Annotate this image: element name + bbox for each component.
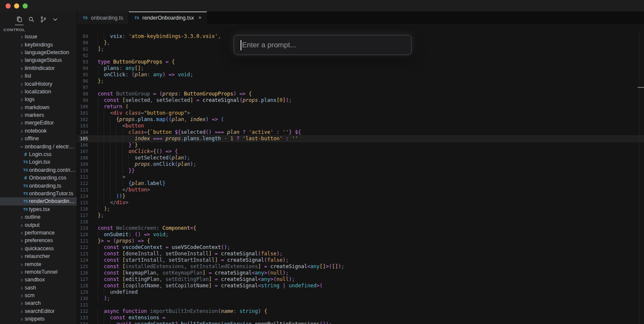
sidebar-folder-snippets[interactable]: ›snippets bbox=[0, 315, 77, 323]
line-number: 121 bbox=[77, 238, 98, 244]
code-line-133[interactable]: 133 const extensions = bbox=[77, 315, 644, 321]
sidebar-folder-languagedetection[interactable]: ›languageDetection bbox=[0, 49, 77, 56]
minimize-window-button[interactable] bbox=[14, 3, 19, 9]
sidebar-file-renderonboarding.tsx[interactable]: TSrenderOnboarding.tsx bbox=[0, 197, 77, 205]
code-line-95[interactable]: 95 onClick: (plan: any) => void; bbox=[77, 72, 644, 78]
scrollbar[interactable] bbox=[639, 32, 644, 324]
maximize-window-button[interactable] bbox=[23, 3, 28, 9]
code-line-112[interactable]: 112 {plan.label} bbox=[77, 180, 644, 187]
tab-onboarding.ts[interactable]: TSonboarding.ts bbox=[77, 12, 128, 24]
code-line-125[interactable]: 125 const [installedExtensions, setInsta… bbox=[77, 263, 644, 270]
sidebar-folder-mergeeditor[interactable]: ›mergeEditor bbox=[0, 119, 77, 127]
sidebar-folder-limitindicator[interactable]: ›limitIndicator bbox=[0, 64, 77, 72]
sidebar-file-login.css[interactable]: #Login.css bbox=[0, 150, 77, 158]
sidebar-folder-remotetunnel[interactable]: ›remoteTunnel bbox=[0, 268, 77, 276]
sidebar-folder-performance[interactable]: ›performance bbox=[0, 229, 77, 237]
code-text: ); bbox=[98, 295, 110, 302]
sidebar-folder-output[interactable]: ›output bbox=[0, 221, 77, 229]
code-text: setSelected(plan); bbox=[98, 155, 190, 161]
code-line-121[interactable]: 121}> = (props) => { bbox=[77, 238, 644, 244]
code-line-123[interactable]: 123 const [doneInstall, setDoneInstall] … bbox=[77, 251, 644, 257]
sidebar-folder-markdown[interactable]: ›markdown bbox=[0, 104, 77, 111]
code-line-113[interactable]: 113 </button> bbox=[77, 187, 644, 193]
code-line-127[interactable]: 127 const [editingPlan, setEditingPlan] … bbox=[77, 276, 644, 283]
code-line-115[interactable]: 115 </div> bbox=[77, 200, 644, 206]
code-line-100[interactable]: 100 return ( bbox=[77, 104, 644, 110]
code-line-117[interactable]: 117}; bbox=[77, 212, 644, 219]
sidebar-folder-logs[interactable]: ›logs bbox=[0, 95, 77, 103]
sidebar-folder-keybindings[interactable]: ›keybindings bbox=[0, 40, 77, 48]
code-line-122[interactable]: 122 const vscodeContext = useVSCodeConte… bbox=[77, 244, 644, 251]
files-icon[interactable] bbox=[15, 15, 23, 23]
sidebar-file-onboardingtutor.ts[interactable]: TSonboardingTutor.ts bbox=[0, 190, 77, 197]
sidebar-folder-searcheditor[interactable]: ›searchEditor bbox=[0, 307, 77, 315]
sidebar-folder-remote[interactable]: ›remote bbox=[0, 260, 77, 268]
code-line-96[interactable]: 96}; bbox=[77, 78, 644, 84]
code-line-111[interactable]: 111 > bbox=[77, 174, 644, 180]
code-line-106[interactable]: 106 }`} bbox=[77, 142, 644, 148]
sidebar-folder-notebook[interactable]: ›notebook bbox=[0, 127, 77, 135]
close-tab-icon[interactable]: ✕ bbox=[198, 15, 202, 20]
sidebar-folder-onboarding-electron-[interactable]: ›onboarding / electron-… bbox=[0, 142, 77, 150]
line-number: 119 bbox=[77, 225, 98, 231]
tree-item-label: sandbox bbox=[25, 277, 45, 283]
code-line-132[interactable]: 132 async function importBuiltInExtensio… bbox=[77, 308, 644, 315]
code-line-126[interactable]: 126 const [keymapPlan, setKeymapPlan] = … bbox=[77, 270, 644, 276]
sidebar-folder-languagestatus[interactable]: ›languageStatus bbox=[0, 56, 77, 64]
sidebar-folder-offline[interactable]: ›offline bbox=[0, 135, 77, 142]
code-line-120[interactable]: 120 onSubmit: () => void; bbox=[77, 231, 644, 238]
sidebar-file-onboarding.contribu-[interactable]: TSonboarding.contribu… bbox=[0, 166, 77, 174]
sidebar-folder-sandbox[interactable]: ›sandbox bbox=[0, 276, 77, 284]
code-line-116[interactable]: 116 ); bbox=[77, 206, 644, 212]
close-window-button[interactable] bbox=[6, 3, 11, 9]
sidebar-folder-search[interactable]: ›search bbox=[0, 299, 77, 307]
sidebar-folder-relauncher[interactable]: ›relauncher bbox=[0, 252, 77, 260]
code-line-107[interactable]: 107 onClick={() => { bbox=[77, 148, 644, 155]
code-line-119[interactable]: 119const WelcomeScreen: Component<{ bbox=[77, 225, 644, 231]
sidebar-folder-outline[interactable]: ›outline bbox=[0, 213, 77, 221]
code-line-131[interactable]: 131 bbox=[77, 302, 644, 308]
editor[interactable]: 89 vsix: 'atom-keybindings-3.3.0.vsix',9… bbox=[77, 24, 644, 324]
code-line-98[interactable]: 98const ButtonGroup = (props: ButtonGrou… bbox=[77, 91, 644, 97]
sidebar-file-onboarding.ts[interactable]: TSonboarding.ts bbox=[0, 182, 77, 189]
code-line-104[interactable]: 104 class={`button ${selected() === plan… bbox=[77, 129, 644, 136]
sidebar-folder-localhistory[interactable]: ›localHistory bbox=[0, 80, 77, 87]
code-line-128[interactable]: 128 const [copilotName, setCopilotName] … bbox=[77, 283, 644, 289]
chevron-down-icon[interactable] bbox=[51, 15, 59, 23]
sidebar-folder-localization[interactable]: ›localization bbox=[0, 88, 77, 95]
code-line-103[interactable]: 103 <button bbox=[77, 123, 644, 129]
code-line-101[interactable]: 101 <div class="button-group"> bbox=[77, 110, 644, 116]
sidebar-folder-quickaccess[interactable]: ›quickaccess bbox=[0, 245, 77, 252]
code-line-109[interactable]: 109 props.onClick(plan); bbox=[77, 161, 644, 168]
search-icon[interactable] bbox=[27, 15, 35, 23]
code-line-134[interactable]: 134 await vscodeContext?.builtInExtensio… bbox=[77, 321, 644, 324]
chevron-right-icon: › bbox=[19, 65, 25, 71]
code-line-108[interactable]: 108 setSelected(plan); bbox=[77, 155, 644, 161]
code-line-124[interactable]: 124 const [startInstall, setStartInstall… bbox=[77, 257, 644, 263]
chevron-right-icon: › bbox=[19, 269, 25, 275]
code-line-99[interactable]: 99 const [selected, setSelected] = creat… bbox=[77, 97, 644, 104]
sidebar-folder-scm[interactable]: ›scm bbox=[0, 292, 77, 299]
code-line-93[interactable]: 93type ButtonGroupProps = { bbox=[77, 59, 644, 65]
sidebar-folder-markers[interactable]: ›markers bbox=[0, 111, 77, 119]
code-line-118[interactable]: 118 bbox=[77, 219, 644, 225]
prompt-input[interactable]: Enter a prompt... bbox=[234, 35, 412, 55]
code-line-129[interactable]: 129 undefined bbox=[77, 289, 644, 295]
sidebar-folder-preferences[interactable]: ›preferences bbox=[0, 237, 77, 244]
sidebar-folder-sash[interactable]: ›sash bbox=[0, 284, 77, 292]
code-line-110[interactable]: 110 }} bbox=[77, 168, 644, 174]
sidebar-file-onboarding.css[interactable]: #Onboarding.css bbox=[0, 174, 77, 182]
code-line-94[interactable]: 94 plans: any[]; bbox=[77, 65, 644, 72]
css-file-icon: # bbox=[22, 152, 29, 157]
sidebar-file-types.tsx[interactable]: TStypes.tsx bbox=[0, 205, 77, 213]
sidebar-file-login.tsx[interactable]: TSLogin.tsx bbox=[0, 158, 77, 166]
sidebar-folder-issue[interactable]: ›issue bbox=[0, 33, 77, 40]
tab-renderonboarding.tsx[interactable]: TSrenderOnboarding.tsx✕ bbox=[129, 12, 207, 24]
code-line-102[interactable]: 102 {props.plans.map((plan, index) => ( bbox=[77, 116, 644, 123]
source-control-icon[interactable] bbox=[39, 15, 47, 23]
sidebar-folder-list[interactable]: ›list bbox=[0, 72, 77, 80]
code-line-130[interactable]: 130 ); bbox=[77, 295, 644, 302]
code-line-97[interactable]: 97 bbox=[77, 84, 644, 91]
code-line-114[interactable]: 114 ))} bbox=[77, 193, 644, 200]
code-line-105[interactable]: 105 index === props.plans.length - 1 ? '… bbox=[77, 136, 644, 142]
